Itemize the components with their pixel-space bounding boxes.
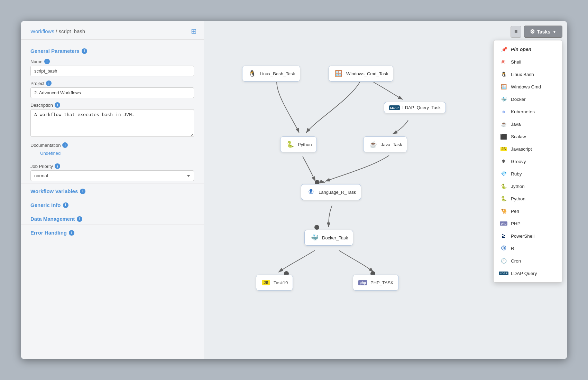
r-label: R <box>511 246 514 251</box>
dropdown-item-groovy[interactable]: ✱ Groovy <box>494 155 562 168</box>
cron-icon: 🕐 <box>500 257 507 265</box>
ldap-icon: LDAP <box>389 105 400 110</box>
data-management-info[interactable]: i <box>77 216 82 222</box>
task-node-language-r[interactable]: Ⓡ Language_R_Task <box>301 184 361 200</box>
task-node-python[interactable]: 🐍 Python <box>280 136 317 152</box>
project-info[interactable]: i <box>46 80 52 86</box>
tasks-dropdown-btn[interactable]: ⚙ Tasks ▼ <box>524 26 562 38</box>
dropdown-item-python[interactable]: 🐍 Python <box>494 192 562 205</box>
task-node-ldap[interactable]: LDAP LDAP_Query_Task <box>384 102 446 113</box>
task-node-linux-bash[interactable]: 🐧 Linux_Bash_Task <box>242 66 300 82</box>
java-label: Java_Task <box>381 142 402 147</box>
error-handling-header[interactable]: Error Handling i <box>21 225 204 238</box>
project-input[interactable] <box>30 87 194 98</box>
description-textarea[interactable]: A workflow that executes bash in JVM. <box>30 109 194 137</box>
dropdown-item-kubernetes[interactable]: ⎈ Kubernetes <box>494 105 562 118</box>
shell-icon: #! <box>500 58 507 66</box>
task19-label: Task19 <box>274 280 288 285</box>
workflow-variables-header[interactable]: Workflow Variables i <box>21 183 204 197</box>
dropdown-item-docker[interactable]: 🐳 Docker <box>494 93 562 105</box>
language-r-label: Language_R_Task <box>319 190 356 195</box>
workflow-variables-info[interactable]: i <box>80 189 85 194</box>
data-management-header[interactable]: Data Management i <box>21 211 204 225</box>
dropdown-item-scalaw[interactable]: ⬛ Scalaw <box>494 130 562 143</box>
job-priority-info[interactable]: i <box>55 163 60 169</box>
perl-label: Perl <box>511 209 519 214</box>
breadcrumb-parent[interactable]: Workflows <box>30 28 54 34</box>
dropdown-item-r[interactable]: Ⓡ R <box>494 242 562 255</box>
shell-label: Shell <box>511 59 521 65</box>
name-info[interactable]: i <box>44 59 50 64</box>
python-menu-label: Python <box>511 196 525 201</box>
python-menu-icon: 🐍 <box>500 195 507 202</box>
dropdown-item-perl[interactable]: 🐪 Perl <box>494 205 562 217</box>
error-handling-label: Error Handling <box>30 230 67 236</box>
error-handling-section: Error Handling i <box>21 225 204 238</box>
tasks-btn-label: Tasks <box>537 29 550 35</box>
dropdown-item-cron[interactable]: 🕐 Cron <box>494 255 562 267</box>
dropdown-item-javascript[interactable]: JS Javascript <box>494 143 562 155</box>
svg-point-2 <box>314 225 319 230</box>
dropdown-arrow-icon: ▼ <box>552 29 557 34</box>
groovy-icon: ✱ <box>500 158 507 165</box>
general-params-info[interactable]: i <box>82 48 87 54</box>
breadcrumb-current: script_bash <box>58 28 85 34</box>
dropdown-item-shell[interactable]: #! Shell <box>494 56 562 68</box>
linux-bash-menu-label: Linux Bash <box>511 72 534 77</box>
javascript-label: Javascript <box>511 146 532 152</box>
js-task19-icon: JS <box>261 278 271 287</box>
windows-cmd-menu-icon: 🪟 <box>500 83 507 91</box>
windows-cmd-menu-label: Windows Cmd <box>511 84 541 89</box>
r-icon: Ⓡ <box>306 187 316 197</box>
ldap-query-label: LDAP Query <box>511 271 537 276</box>
dropdown-item-java[interactable]: ☕ Java <box>494 118 562 130</box>
generic-info-section: Generic Info i <box>21 197 204 211</box>
js-menu-icon: JS <box>500 145 507 153</box>
description-info[interactable]: i <box>55 102 60 108</box>
perl-icon: 🐪 <box>500 207 507 215</box>
left-panel-scroll: General Parameters i Name i Project i <box>21 40 204 359</box>
scala-icon: ⬛ <box>500 133 507 140</box>
task-node-java[interactable]: ☕ Java_Task <box>363 136 407 152</box>
job-priority-label: Job Priority i <box>30 163 194 169</box>
workflow-variables-label: Workflow Variables <box>30 188 78 194</box>
documentation-info[interactable]: i <box>62 142 68 148</box>
name-input[interactable] <box>30 66 194 76</box>
canvas-area: 🐧 Linux_Bash_Task 🪟 Windows_Cmd_Task LDA… <box>204 21 567 359</box>
grid-view-icon[interactable]: ⊞ <box>191 27 197 35</box>
powershell-icon: ≥ <box>500 232 507 240</box>
kubernetes-label: Kubernetes <box>511 109 535 114</box>
linux-bash-label: Linux_Bash_Task <box>260 71 295 76</box>
name-field-group: Name i <box>21 57 204 78</box>
generic-info-info[interactable]: i <box>63 202 68 208</box>
documentation-link[interactable]: Undefined <box>30 149 194 159</box>
task-node-docker[interactable]: 🐳 Docker_Task <box>304 230 353 246</box>
layout-btn[interactable]: ≡ <box>511 26 521 38</box>
documentation-label: Documentation i <box>30 142 194 148</box>
dropdown-item-linux-bash[interactable]: 🐧 Linux Bash <box>494 68 562 80</box>
dropdown-item-powershell[interactable]: ≥ PowerShell <box>494 230 562 242</box>
dropdown-item-jython[interactable]: 🐍 Jython <box>494 180 562 192</box>
dropdown-item-php[interactable]: php PHP <box>494 217 562 230</box>
task-node-task19[interactable]: JS Task19 <box>256 275 293 291</box>
general-params-section[interactable]: General Parameters i <box>21 43 204 57</box>
docker-menu-icon: 🐳 <box>500 95 507 103</box>
error-handling-info[interactable]: i <box>69 230 74 236</box>
dropdown-item-ruby[interactable]: 💎 Ruby <box>494 168 562 180</box>
php-task-label: PHP_TASK <box>370 280 394 285</box>
project-label: Project i <box>30 80 194 86</box>
python-icon: 🐍 <box>285 140 295 149</box>
canvas-toolbar: ≡ ⚙ Tasks ▼ <box>511 26 562 38</box>
breadcrumb-bar: Workflows / script_bash ⊞ <box>21 21 204 40</box>
task-node-windows-cmd[interactable]: 🪟 Windows_Cmd_Task <box>329 66 393 82</box>
task-node-php[interactable]: php PHP_TASK <box>353 275 399 291</box>
generic-info-header[interactable]: Generic Info i <box>21 197 204 211</box>
dropdown-item-windows-cmd[interactable]: 🪟 Windows Cmd <box>494 80 562 93</box>
job-priority-select[interactable]: normal high low <box>30 170 194 181</box>
scalaw-label: Scalaw <box>511 134 526 139</box>
app-container: Workflows / script_bash ⊞ General Parame… <box>21 21 567 359</box>
java-menu-icon: ☕ <box>500 120 507 128</box>
dropdown-item-pin-open[interactable]: 📌 Pin open <box>494 43 562 56</box>
jython-label: Jython <box>511 184 525 189</box>
dropdown-item-ldap-query[interactable]: LDAP LDAP Query <box>494 267 562 279</box>
